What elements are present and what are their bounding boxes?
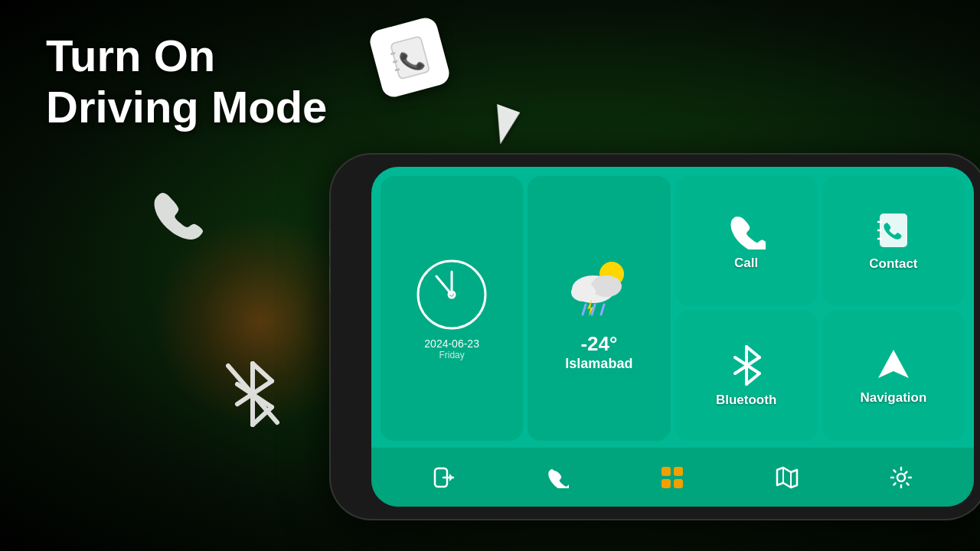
navigation-tile[interactable]: Navigation bbox=[822, 311, 965, 441]
clock-tile[interactable]: 2024-06-23 Friday bbox=[381, 176, 523, 441]
contact-book-icon: 📞 bbox=[384, 31, 435, 83]
grid-icon bbox=[662, 467, 683, 488]
bottom-nav-bar bbox=[371, 447, 974, 507]
call-icon bbox=[727, 211, 766, 249]
call-label: Call bbox=[734, 256, 758, 271]
main-title: Turn On Driving Mode bbox=[46, 31, 327, 132]
left-panel: Turn On Driving Mode bbox=[46, 31, 327, 132]
app-grid: 2024-06-23 Friday bbox=[371, 167, 974, 445]
left-phone-icon bbox=[145, 184, 214, 256]
weather-temp: -24° bbox=[580, 332, 617, 356]
navigation-label: Navigation bbox=[860, 390, 926, 406]
call-tile[interactable]: Call bbox=[675, 176, 818, 306]
clock-icon bbox=[413, 256, 490, 333]
call-bottom-button[interactable] bbox=[538, 458, 578, 497]
volume-up-button[interactable] bbox=[329, 230, 330, 256]
svg-rect-23 bbox=[880, 214, 907, 247]
weather-tile[interactable]: -24° Islamabad bbox=[528, 176, 670, 441]
exit-button[interactable] bbox=[424, 458, 464, 497]
grid-cell-2 bbox=[674, 467, 683, 476]
grid-cell-4 bbox=[674, 479, 683, 488]
settings-icon bbox=[890, 466, 913, 489]
clock-day: Friday bbox=[439, 350, 464, 360]
phone-screen: 2024-06-23 Friday bbox=[371, 167, 974, 507]
bluetooth-tile[interactable]: Bluetooth bbox=[675, 311, 818, 441]
svg-line-20 bbox=[592, 305, 595, 315]
contact-label: Contact bbox=[869, 256, 917, 272]
svg-line-1 bbox=[391, 53, 394, 54]
bluetooth-label: Bluetooth bbox=[716, 393, 776, 408]
svg-point-17 bbox=[591, 276, 622, 297]
weather-city: Islamabad bbox=[565, 356, 632, 372]
svg-marker-32 bbox=[878, 350, 909, 378]
svg-marker-35 bbox=[449, 474, 453, 481]
grid-cell-3 bbox=[662, 479, 671, 488]
exit-icon bbox=[433, 466, 456, 489]
svg-line-30 bbox=[746, 373, 760, 384]
clock-date: 2024-06-23 bbox=[424, 337, 479, 350]
settings-button[interactable] bbox=[881, 458, 921, 497]
call-bottom-icon bbox=[547, 467, 569, 488]
navigation-icon bbox=[874, 346, 913, 384]
weather-cloud-icon bbox=[564, 257, 633, 318]
contact-icon bbox=[874, 210, 913, 250]
volume-down-button[interactable] bbox=[329, 266, 330, 293]
svg-line-2 bbox=[394, 61, 397, 62]
svg-line-19 bbox=[583, 305, 586, 315]
svg-line-3 bbox=[396, 69, 399, 70]
map-icon bbox=[776, 466, 799, 489]
svg-point-39 bbox=[897, 474, 905, 481]
svg-line-21 bbox=[601, 305, 604, 315]
grid-cell-1 bbox=[662, 467, 671, 476]
apps-button[interactable] bbox=[652, 458, 692, 497]
weather-icon bbox=[564, 257, 633, 326]
phone-frame: 2024-06-23 Friday bbox=[329, 153, 980, 520]
svg-line-28 bbox=[746, 347, 760, 357]
svg-line-6 bbox=[253, 364, 272, 381]
left-bluetooth-icon bbox=[222, 360, 283, 432]
bluetooth-icon bbox=[727, 344, 766, 386]
map-button[interactable] bbox=[767, 458, 807, 497]
contact-tile[interactable]: Contact bbox=[822, 176, 965, 306]
svg-point-18 bbox=[571, 283, 596, 302]
svg-marker-36 bbox=[777, 468, 797, 487]
